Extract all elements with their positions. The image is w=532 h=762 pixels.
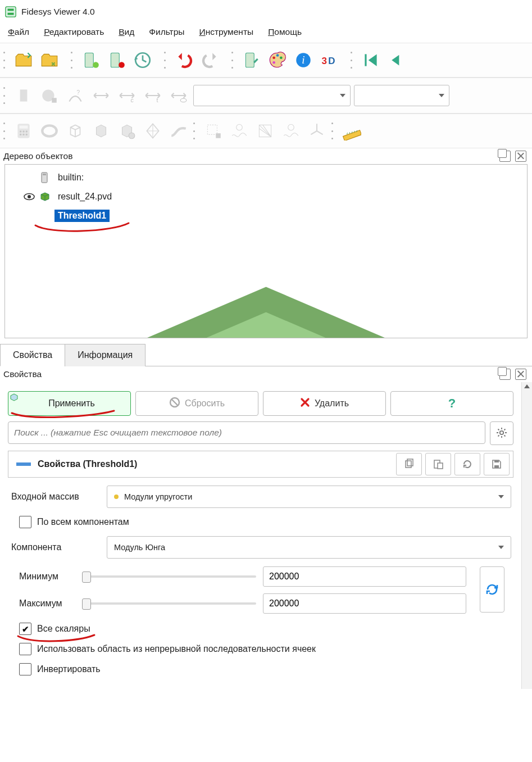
disconnect-server-icon[interactable] [106,49,128,71]
all-scalars-checkbox[interactable] [19,623,31,635]
eye-open-icon[interactable] [23,190,35,203]
reset-button[interactable]: Сбросить [135,391,258,416]
eye-closed-icon[interactable] [23,210,35,222]
title-bar: Fidesys Viewer 4.0 [0,0,532,24]
open-file-icon[interactable] [12,49,35,71]
component-row: Компонента Модуль Юнга [11,536,511,559]
vertical-scrollbar[interactable] [521,382,532,689]
refresh-icon [485,582,499,597]
section-bar-icon [16,462,31,466]
settings-button[interactable] [490,421,513,445]
menu-help[interactable]: Помощь [268,27,302,37]
toolbar-grip[interactable] [71,52,75,69]
tree-row-builtin[interactable]: builtin: [10,168,522,187]
tree-row-result[interactable]: result_24.pvd [10,187,522,206]
3d-mode-icon[interactable]: 3D [318,49,340,71]
svg-rect-34 [216,133,221,138]
first-frame-icon[interactable] [360,49,382,71]
svg-point-7 [272,56,275,59]
svg-point-35 [237,124,243,130]
curve-icon [167,120,190,142]
field-select-dropdown[interactable] [193,85,351,106]
object-tree: builtin: result_24.pvd Threshold1 [4,164,528,338]
undo-icon[interactable] [173,49,195,71]
use-continuous-checkbox[interactable] [19,643,31,655]
prev-frame-icon[interactable] [385,49,402,71]
svg-rect-33 [207,125,217,134]
maximum-row: Максимум [19,593,466,614]
stretch-t-icon: t [142,84,164,107]
svg-rect-46 [407,459,413,466]
tree-label: result_24.pvd [54,190,115,203]
history-icon[interactable] [131,49,154,71]
tree-panel-title: Дерево объектов [3,151,72,161]
menu-edit[interactable]: Редактировать [44,27,104,37]
all-scalars-row[interactable]: Все скаляры [19,623,503,635]
paste-button[interactable] [425,453,451,475]
toolbar-grip[interactable] [193,123,198,139]
help-button[interactable]: ? [390,391,513,416]
toolbar-grip[interactable] [3,87,8,104]
tab-properties[interactable]: Свойства [0,344,65,366]
apply-button[interactable]: Применить [8,391,131,416]
invert-row[interactable]: Инвертировать [19,663,503,675]
tab-information[interactable]: Информация [65,344,145,366]
reload-button[interactable] [454,453,480,475]
open-folder-icon[interactable] [38,49,61,71]
info-icon[interactable]: i [292,49,315,71]
menu-view[interactable]: Вид [119,27,134,37]
svg-rect-49 [494,465,499,468]
panel-close-icon[interactable] [515,151,526,162]
tree-panel-header: Дерево объектов [0,148,532,164]
color-palette-icon[interactable] [266,49,289,71]
all-components-row[interactable]: По всем компонентам [19,516,503,528]
copy-button[interactable] [396,453,422,475]
toolbar-grip[interactable] [3,123,8,139]
use-continuous-row[interactable]: Использовать область из непрерывной посл… [19,643,503,655]
maximum-slider[interactable] [82,597,256,610]
search-input[interactable] [8,421,485,444]
menu-filters[interactable]: Фильтры [149,27,184,37]
minimum-input[interactable] [263,566,466,587]
svg-point-26 [22,130,24,132]
all-components-checkbox[interactable] [19,516,31,528]
connect-server-icon[interactable] [80,49,102,71]
toolbar-grip[interactable] [331,123,336,139]
ruler-icon[interactable] [340,120,363,142]
panel-close-icon[interactable] [515,369,526,380]
maximum-input[interactable] [263,593,466,614]
component-value: Модуль Юнга [114,543,165,552]
stretch-c-icon: c [116,84,138,107]
action-buttons: Применить Сбросить Удалить ? [8,391,513,416]
panel-restore-icon[interactable] [499,151,511,162]
svg-point-4 [119,62,125,68]
component-select-dropdown[interactable] [354,85,449,106]
tree-label-selected: Threshold1 [54,210,110,222]
svg-text:i: i [302,54,304,66]
toolbar-grip[interactable] [164,52,169,69]
app-logo-icon [4,6,17,18]
svg-rect-40 [43,174,46,175]
reset-label: Сбросить [185,398,225,409]
server-settings-icon[interactable] [240,49,263,71]
minimum-slider[interactable] [82,570,256,583]
properties-panel: Применить Сбросить Удалить ? Свойства (T… [0,382,521,689]
toolbar-grip[interactable] [231,52,236,69]
menu-tools[interactable]: Инструменты [199,27,253,37]
menu-file[interactable]: Файл [8,27,29,37]
toolbar-grip[interactable] [351,52,355,69]
panel-restore-icon[interactable] [499,369,511,380]
toolbar-grip[interactable] [3,52,8,69]
torus-icon [38,120,61,142]
save-button[interactable] [484,453,510,475]
refresh-range-button[interactable] [480,566,504,613]
tree-row-threshold[interactable]: Threshold1 [10,206,522,225]
svg-point-22 [180,98,187,102]
input-array-select[interactable]: Модули упругости [107,486,511,508]
svg-rect-45 [406,461,411,468]
calculator-icon [12,120,35,142]
scroll-up-icon[interactable] [524,384,530,388]
invert-checkbox[interactable] [19,663,31,675]
component-select[interactable]: Модуль Юнга [107,536,511,559]
delete-button[interactable]: Удалить [263,391,386,416]
